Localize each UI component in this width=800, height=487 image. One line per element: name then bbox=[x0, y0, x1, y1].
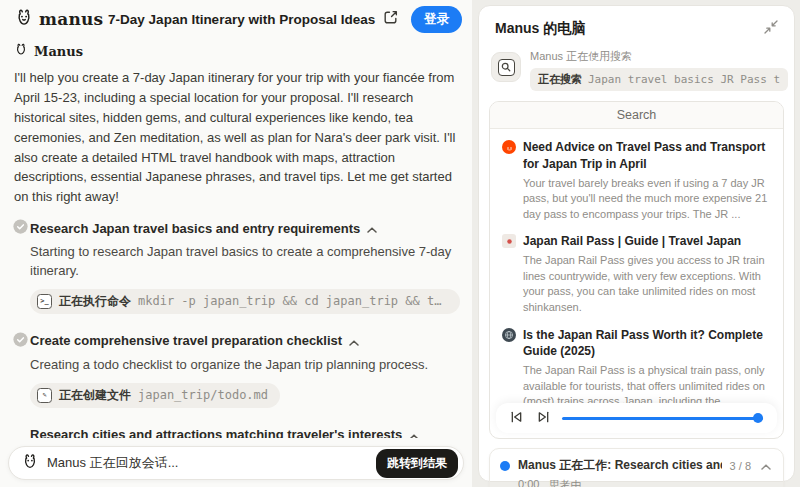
tool-action-label: 正在执行命令 bbox=[59, 293, 131, 310]
chat-header: manus 7-Day Japan Itinerary with Proposa… bbox=[0, 0, 472, 38]
tool-file-path: japan_trip/todo.md bbox=[138, 388, 268, 402]
step-counter: 3 / 8 bbox=[730, 460, 751, 472]
task-title: Create comprehensive travel preparation … bbox=[30, 333, 342, 348]
file-edit-icon: ✎ bbox=[37, 388, 52, 403]
agent-row: Manus bbox=[14, 42, 458, 60]
computer-panel-header: Manus 的电脑 bbox=[489, 16, 784, 39]
search-result[interactable]: Japan Rail Pass (JR Pass) - Japan Guide … bbox=[502, 437, 771, 439]
search-result[interactable]: Need Advice on Travel Pass and Transport… bbox=[502, 139, 771, 222]
skip-to-end-icon bbox=[537, 411, 550, 426]
tool-action-label: 正在创建文件 bbox=[59, 387, 131, 404]
japan-guide-icon bbox=[502, 438, 516, 439]
chevron-up-icon bbox=[761, 458, 771, 473]
result-title: Japan Rail Pass (JR Pass) - Japan Guide bbox=[523, 437, 755, 439]
task-toggle[interactable]: Research cities and attractions matching… bbox=[30, 426, 458, 438]
manus-avatar-icon bbox=[14, 42, 28, 60]
computer-panel-title: Manus 的电脑 bbox=[495, 20, 585, 38]
task-item: Create comprehensive travel preparation … bbox=[14, 332, 458, 418]
reddit-icon bbox=[502, 140, 516, 154]
task-toggle[interactable]: Create comprehensive travel preparation … bbox=[30, 332, 458, 350]
chevron-up-icon[interactable] bbox=[367, 219, 377, 237]
replay-bar: Manus 正在回放会话... 跳转到结果 bbox=[8, 446, 464, 480]
query-action-label: 正在搜索 bbox=[538, 72, 582, 87]
active-tool-info: Manus 正在使用搜索 正在搜索 Japan travel basics JR… bbox=[530, 49, 788, 91]
chevron-up-icon[interactable] bbox=[349, 332, 359, 350]
chat-scroll-area[interactable]: Manus I'll help you create a 7-day Japan… bbox=[0, 38, 472, 438]
manus-logo-icon bbox=[14, 7, 34, 31]
login-button[interactable]: 登录 bbox=[411, 6, 462, 33]
replay-status-text: Manus 正在回放会话... bbox=[47, 454, 376, 472]
check-circle-icon bbox=[13, 219, 28, 238]
brand-wordmark: manus bbox=[39, 9, 103, 29]
active-tool-row: Manus 正在使用搜索 正在搜索 Japan travel basics JR… bbox=[491, 49, 782, 91]
status-expand-button[interactable] bbox=[759, 456, 773, 475]
task-toggle[interactable]: Research Japan travel basics and entry r… bbox=[30, 219, 458, 237]
globe-icon bbox=[502, 328, 516, 342]
replay-player-bar bbox=[496, 403, 777, 433]
skip-to-end-button[interactable] bbox=[535, 409, 552, 428]
chevron-up-icon[interactable] bbox=[409, 426, 419, 438]
task-title: Research cities and attractions matching… bbox=[30, 427, 402, 438]
task-detail: Creating a todo checklist to organize th… bbox=[30, 356, 458, 375]
travel-japan-icon bbox=[502, 234, 516, 248]
query-text: Japan travel basics JR Pass transportati… bbox=[588, 73, 780, 86]
working-status-text: Manus 正在工作: Research cities and attracti… bbox=[518, 457, 722, 474]
result-snippet: The Japan Rail Pass gives you access to … bbox=[523, 253, 771, 315]
agent-name: Manus bbox=[34, 44, 83, 59]
progress-knob[interactable] bbox=[753, 413, 763, 423]
jump-to-result-button[interactable]: 跳转到结果 bbox=[376, 449, 458, 478]
status-state-label: 思考中 bbox=[548, 478, 581, 487]
share-button[interactable] bbox=[380, 7, 401, 31]
tool-call-pill[interactable]: >_ 正在执行命令 mkdir -p japan_trip && cd japa… bbox=[30, 289, 460, 314]
agent-status-card: Manus 正在工作: Research cities and attracti… bbox=[489, 448, 784, 487]
header-actions: 登录 bbox=[380, 6, 462, 33]
search-view-title: Search bbox=[490, 102, 783, 129]
chat-panel: manus 7-Day Japan Itinerary with Proposa… bbox=[0, 0, 472, 487]
task-item: Research Japan travel basics and entry r… bbox=[14, 219, 458, 324]
skip-to-start-icon bbox=[510, 411, 523, 426]
collapse-panel-button[interactable] bbox=[762, 18, 780, 39]
terminal-icon: >_ bbox=[37, 294, 52, 309]
tool-call-pill[interactable]: ✎ 正在创建文件 japan_trip/todo.md bbox=[30, 383, 280, 408]
task-item: Research cities and attractions matching… bbox=[14, 426, 458, 438]
computer-panel: Manus 的电脑 Manus 正在使用搜索 正在搜索 bbox=[478, 5, 795, 482]
search-tool-tile bbox=[491, 52, 521, 82]
check-circle-icon bbox=[13, 332, 28, 351]
collapse-icon bbox=[764, 20, 778, 37]
manus-avatar-icon bbox=[21, 452, 39, 474]
brand[interactable]: manus bbox=[14, 7, 103, 31]
result-title: Need Advice on Travel Pass and Transport… bbox=[523, 139, 771, 173]
elapsed-time: 0:00 bbox=[518, 478, 539, 487]
activity-dot-icon bbox=[500, 461, 510, 471]
app-root: manus 7-Day Japan Itinerary with Proposa… bbox=[0, 0, 800, 487]
status-meta-row: 0:00 思考中 bbox=[518, 478, 773, 487]
result-title: Is the Japan Rail Pass Worth it? Complet… bbox=[523, 327, 771, 361]
progress-track bbox=[562, 417, 763, 420]
skip-to-start-button[interactable] bbox=[508, 409, 525, 428]
replay-progress-slider[interactable] bbox=[562, 413, 763, 423]
tool-command: mkdir -p japan_trip && cd japan_trip && … bbox=[138, 294, 448, 308]
search-results-list: Need Advice on Travel Pass and Transport… bbox=[490, 129, 783, 439]
search-result[interactable]: Japan Rail Pass | Guide | Travel Japan T… bbox=[502, 233, 771, 315]
task-title: Research Japan travel basics and entry r… bbox=[30, 221, 360, 236]
conversation-title: 7-Day Japan Itinerary with Proposal Idea… bbox=[103, 12, 380, 27]
using-tool-label: Manus 正在使用搜索 bbox=[530, 49, 788, 64]
result-title: Japan Rail Pass | Guide | Travel Japan bbox=[523, 233, 741, 250]
task-detail: Starting to research Japan travel basics… bbox=[30, 243, 458, 281]
share-icon bbox=[382, 9, 399, 29]
result-snippet: Your travel barely breaks even if using … bbox=[523, 176, 771, 223]
current-query-pill: 正在搜索 Japan travel basics JR Pass transpo… bbox=[530, 68, 788, 91]
search-view-card: Search Need Advice on Travel Pass and Tr… bbox=[489, 101, 784, 439]
assistant-message: I'll help you create a 7-day Japan itine… bbox=[14, 68, 458, 207]
search-icon bbox=[498, 59, 515, 76]
